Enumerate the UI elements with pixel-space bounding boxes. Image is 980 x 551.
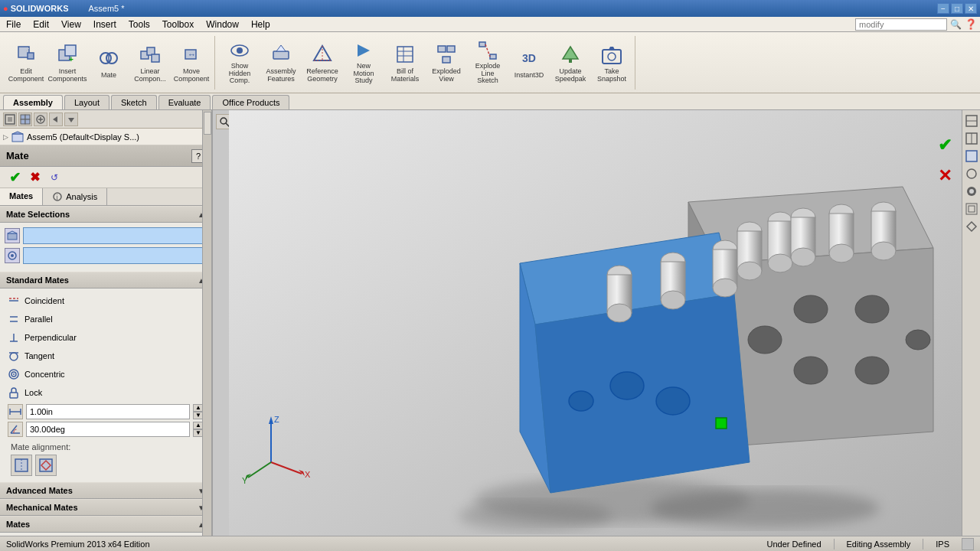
- mechanical-mates-header[interactable]: Mechanical Mates ▼: [0, 499, 211, 516]
- minimize-button[interactable]: −: [937, 3, 949, 14]
- distance-input[interactable]: [26, 404, 190, 419]
- mate-actions: ✔ ✖ ↺: [0, 167, 211, 188]
- status-icon[interactable]: [962, 538, 974, 550]
- tree-nav-btn-1[interactable]: [3, 112, 17, 126]
- selection-input-2[interactable]: [23, 247, 207, 264]
- tangent-option[interactable]: Tangent: [5, 347, 207, 365]
- help-icon[interactable]: ❓: [965, 18, 977, 30]
- mate-button[interactable]: Mate: [89, 38, 129, 87]
- cancel-button[interactable]: ✖: [26, 169, 43, 186]
- insert-components-icon: +: [55, 42, 80, 67]
- new-motion-button[interactable]: NewMotionStudy: [344, 38, 384, 87]
- viewport[interactable]: ▼ ▼ ▼ ▼ ▼: [213, 110, 980, 536]
- tree-nav-btn-3[interactable]: [34, 112, 47, 126]
- tree-nav-btn-expand[interactable]: [64, 112, 78, 126]
- search-icon[interactable]: 🔍: [950, 19, 962, 30]
- angle-input[interactable]: [26, 422, 190, 437]
- svg-rect-69: [10, 393, 18, 398]
- align-btn-1[interactable]: [11, 455, 32, 476]
- move-component-icon: ↔: [179, 42, 204, 67]
- rt-btn-1[interactable]: [964, 113, 979, 129]
- standard-mates-header[interactable]: Standard Mates ▲: [0, 272, 211, 289]
- rt-btn-4[interactable]: [964, 166, 979, 181]
- selection-row-1: [5, 227, 207, 244]
- menu-tools[interactable]: Tools: [122, 18, 156, 31]
- ok-button[interactable]: ✔: [6, 169, 23, 186]
- viewport-cancel-button[interactable]: ✕: [933, 164, 957, 188]
- maximize-button[interactable]: □: [951, 3, 963, 14]
- menu-edit[interactable]: Edit: [27, 18, 55, 31]
- rt-btn-5[interactable]: [964, 184, 979, 199]
- reset-button[interactable]: ↺: [46, 169, 63, 186]
- menu-insert[interactable]: Insert: [87, 18, 122, 31]
- mate-tabs: Mates i Analysis: [0, 188, 211, 206]
- svg-line-31: [485, 44, 490, 57]
- lock-option[interactable]: Lock: [5, 383, 207, 402]
- svg-rect-42: [25, 115, 30, 119]
- rt-btn-3[interactable]: [964, 148, 979, 164]
- linear-component-button[interactable]: LinearCompon...: [130, 38, 170, 87]
- scrollbar-thumb[interactable]: [204, 112, 211, 135]
- mate-selections-header[interactable]: Mate Selections ▲: [0, 206, 211, 223]
- rt-btn-7[interactable]: [964, 219, 979, 234]
- svg-point-130: [829, 244, 854, 262]
- move-component-button[interactable]: ↔ MoveComponent: [172, 38, 211, 87]
- take-snapshot-button[interactable]: TakeSnapshot: [592, 38, 632, 87]
- svg-point-35: [608, 53, 616, 60]
- show-hidden-button[interactable]: ShowHiddenComp.: [220, 38, 260, 87]
- close-button[interactable]: ✕: [965, 3, 977, 14]
- menu-toolbox[interactable]: Toolbox: [156, 18, 200, 31]
- tab-evaluate[interactable]: Evaluate: [158, 95, 211, 109]
- mated-entities-header[interactable]: Mates ▲: [0, 516, 211, 533]
- search-input[interactable]: [855, 18, 947, 31]
- align-btn-2[interactable]: [35, 455, 57, 476]
- linear-component-label: LinearCompon...: [134, 68, 166, 83]
- update-speedpak-button[interactable]: UpdateSpeedpak: [550, 38, 590, 87]
- alignment-buttons: [11, 455, 201, 476]
- menu-help[interactable]: Help: [245, 18, 276, 31]
- panel-scrollbar[interactable]: [202, 110, 211, 536]
- selection-icon-1[interactable]: [5, 228, 20, 243]
- insert-components-button[interactable]: + InsertComponents: [47, 38, 87, 87]
- svg-rect-4: [65, 45, 76, 56]
- bill-of-materials-button[interactable]: Bill ofMaterials: [385, 38, 425, 87]
- tab-mates[interactable]: Mates: [0, 188, 43, 205]
- tree-nav-btn-4[interactable]: [49, 112, 63, 126]
- svg-marker-49: [68, 118, 74, 122]
- instant3d-button[interactable]: 3D Instant3D: [509, 38, 549, 87]
- tab-analysis[interactable]: i Analysis: [43, 188, 107, 205]
- rt-btn-6[interactable]: [964, 201, 979, 217]
- reference-geometry-button[interactable]: ReferenceGeometry: [302, 38, 342, 87]
- tab-office-products[interactable]: Office Products: [212, 95, 289, 109]
- concentric-option[interactable]: Concentric: [5, 365, 207, 383]
- titlebar: ● SOLIDWORKS Assem5 * − □ ✕: [0, 0, 980, 17]
- sw-logo: ● SOLIDWORKS: [3, 4, 69, 13]
- explode-line-button[interactable]: ExplodeLineSketch: [468, 38, 508, 87]
- distance-input-row: ▲ ▼: [5, 404, 207, 419]
- svg-rect-150: [966, 151, 977, 161]
- menu-view[interactable]: View: [55, 18, 87, 31]
- menu-window[interactable]: Window: [200, 18, 245, 31]
- svg-rect-30: [490, 54, 496, 59]
- selection-input-1[interactable]: [23, 227, 207, 244]
- menu-file[interactable]: File: [0, 18, 27, 31]
- svg-point-68: [13, 373, 15, 375]
- mate-icon: [96, 46, 121, 70]
- svg-point-105: [748, 326, 782, 354]
- selection-icon-2[interactable]: [5, 248, 20, 263]
- perpendicular-option[interactable]: Perpendicular: [5, 328, 207, 347]
- viewport-ok-button[interactable]: ✔: [933, 133, 957, 158]
- advanced-mates-header[interactable]: Advanced Mates ▼: [0, 482, 211, 499]
- assembly-features-button[interactable]: AssemblyFeatures: [261, 38, 301, 87]
- tab-assembly[interactable]: Assembly: [3, 95, 63, 109]
- edit-component-button[interactable]: EditComponent: [6, 38, 46, 87]
- assembly-features-icon: [269, 42, 293, 67]
- parallel-option[interactable]: Parallel: [5, 310, 207, 328]
- right-toolbar: [962, 110, 980, 536]
- tab-sketch[interactable]: Sketch: [111, 95, 157, 109]
- coincident-option[interactable]: Coincident: [5, 292, 207, 310]
- rt-btn-2[interactable]: [964, 131, 979, 146]
- tree-nav-btn-2[interactable]: [18, 112, 32, 126]
- tab-layout[interactable]: Layout: [64, 95, 109, 109]
- exploded-view-button[interactable]: ExplodedView: [426, 38, 466, 87]
